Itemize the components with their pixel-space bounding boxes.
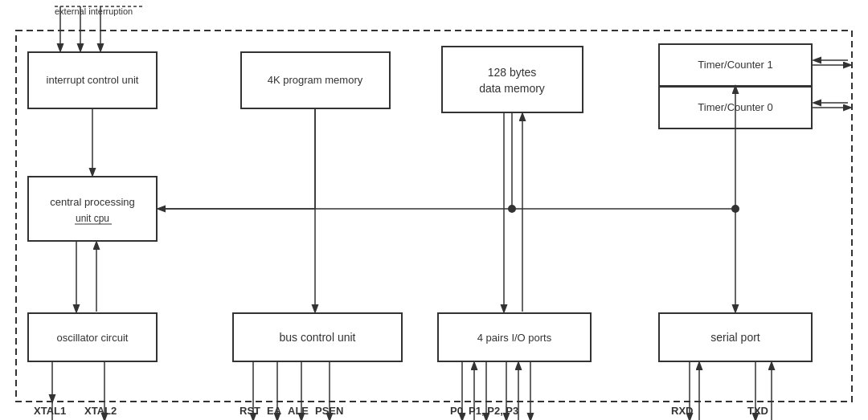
timer1-box — [659, 44, 812, 86]
data-memory-box — [442, 47, 583, 112]
serial-port-label: serial port — [710, 331, 760, 344]
outer-border — [16, 31, 852, 402]
bus-control-box — [233, 313, 402, 361]
svg-point-29 — [731, 205, 739, 213]
ea-label: EA — [267, 405, 282, 417]
rst-label: RST — [240, 405, 260, 417]
svg-point-21 — [508, 205, 516, 213]
xtal1-label: XTAL1 — [34, 405, 66, 417]
ale-label: ALE — [288, 405, 309, 417]
timer1-label: Timer/Counter 1 — [698, 59, 772, 71]
oscillator-label: oscillator circuit — [57, 332, 129, 344]
data-memory-label2: data memory — [479, 82, 545, 95]
rxd-label: RXD — [671, 405, 693, 417]
oscillator-box — [28, 313, 157, 361]
data-memory-label1: 128 bytes — [488, 66, 537, 79]
timer0-box — [659, 87, 812, 128]
serial-port-box — [659, 313, 812, 361]
timer0-label: Timer/Counter 0 — [698, 101, 772, 113]
interrupt-control-box — [28, 52, 157, 108]
ext-int-label: external interruption — [55, 6, 133, 16]
program-memory-box — [241, 52, 390, 108]
interrupt-control-label: interrupt control unit — [47, 74, 139, 86]
bus-control-label: bus control unit — [280, 331, 356, 344]
cpu-label-line1: central processing — [50, 196, 135, 208]
io-ports-box — [438, 313, 591, 361]
xtal2-label: XTAL2 — [84, 405, 117, 417]
txd-label: TXD — [747, 405, 768, 417]
cpu-box — [28, 177, 157, 241]
program-memory-label: 4K program memory — [268, 74, 363, 86]
cpu-label-line2: unit cpu — [76, 213, 109, 224]
io-ports-label: 4 pairs I/O ports — [477, 332, 552, 344]
ports-label: P0, P1, P2, P3 — [450, 405, 518, 417]
psen-label: PSEN — [315, 405, 343, 417]
